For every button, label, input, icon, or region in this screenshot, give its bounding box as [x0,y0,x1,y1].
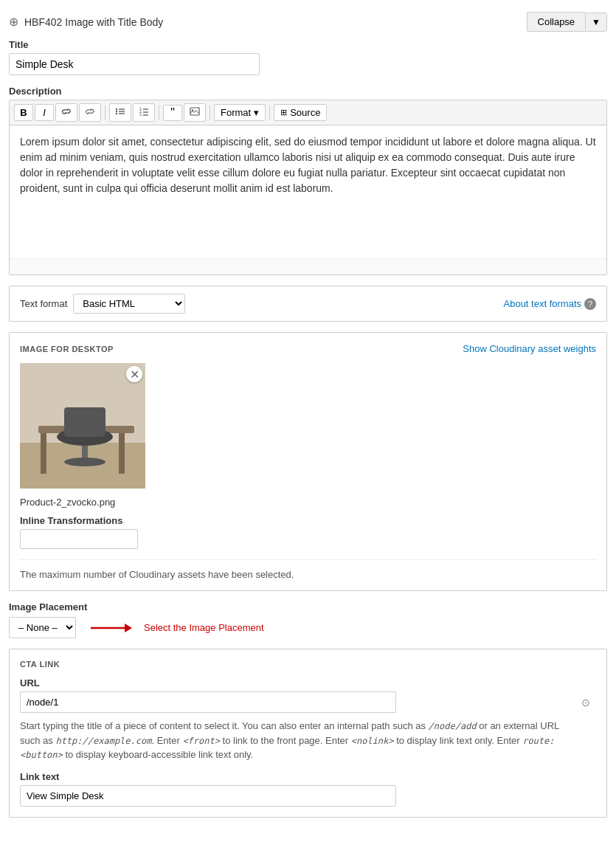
cta-link-text-label: Link text [20,771,596,782]
description-label: Description [9,86,607,97]
image-insert-button[interactable] [184,103,206,122]
bullet-list-icon [115,106,125,117]
text-format-bar: Text format Basic HTML Restricted HTML F… [9,286,607,322]
svg-marker-25 [125,624,132,632]
section-header: ⊕ HBF402 Image with Title Body Collapse … [9,7,607,39]
image-filename: Product-2_zvocko.png [20,497,596,508]
svg-rect-21 [64,407,105,437]
collapse-button-group: Collapse ▼ [527,12,607,32]
cta-help-text: Start typing the title of a piece of con… [20,719,581,762]
text-format-select[interactable]: Basic HTML Restricted HTML Full HTML Pla… [73,294,185,314]
editor-content[interactable]: Lorem ipsum dolor sit amet, consectetur … [10,125,606,258]
source-icon: ⊞ [280,108,287,117]
ordered-list-icon: 1. 2. 3. [139,106,149,117]
toolbar-sep-1 [105,106,105,120]
blockquote-button[interactable]: " [163,105,182,121]
toolbar-sep-4 [269,106,270,120]
cta-section: CTA LINK URL ⊙ Start typing the title of… [9,649,607,818]
max-assets-message: The maximum number of Cloudinary assets … [20,559,596,580]
italic-button[interactable]: I [35,104,54,121]
move-icon[interactable]: ⊕ [9,15,18,29]
collapse-arrow-button[interactable]: ▼ [585,13,607,32]
svg-text:3.: 3. [139,112,142,117]
image-placement-group: Image Placement – None – Left Right Sele… [9,601,607,638]
svg-rect-19 [119,433,125,474]
svg-point-2 [116,113,117,114]
image-remove-icon: ✕ [130,367,139,382]
cta-url-wrapper: ⊙ [20,691,596,713]
about-formats-link[interactable]: About text formats [504,298,582,309]
cta-url-label: URL [20,677,596,688]
image-section-title: IMAGE FOR DESKTOP [20,345,114,353]
placement-row: – None – Left Right Select the Image Pla… [9,617,607,638]
image-remove-button[interactable]: ✕ [126,366,142,382]
toolbar-sep-3 [210,106,210,120]
ordered-list-button[interactable]: 1. 2. 3. [133,103,155,122]
image-section: IMAGE FOR DESKTOP Show Cloudinary asset … [9,332,607,591]
title-input[interactable] [9,53,260,75]
format-dropdown-button[interactable]: Format ▾ [214,104,266,121]
cta-url-input[interactable] [20,691,396,713]
editor-footer [10,258,606,275]
cloudinary-link[interactable]: Show Cloudinary asset weights [463,343,596,354]
format-arrow: ▾ [254,107,259,118]
svg-point-1 [116,111,117,112]
placement-label: Image Placement [9,601,607,612]
editor-wrapper: B I [9,100,607,275]
title-field-group: Title [9,39,607,75]
image-insert-icon [190,106,200,117]
format-label: Format [221,107,251,118]
image-section-header: IMAGE FOR DESKTOP Show Cloudinary asset … [20,343,596,354]
description-field-group: Description B I [9,86,607,275]
title-label: Title [9,39,607,50]
inline-transform-input[interactable] [20,529,138,549]
text-format-left: Text format Basic HTML Restricted HTML F… [20,294,185,314]
bullet-list-button[interactable] [109,103,131,122]
cta-section-title: CTA LINK [20,660,596,669]
unlink-icon [85,106,95,117]
source-label: Source [290,107,320,118]
svg-point-23 [64,458,105,466]
unlink-button[interactable] [79,103,101,122]
placement-select[interactable]: – None – Left Right [9,617,76,638]
cta-url-icon: ⊙ [581,697,590,708]
about-formats-group: About text formats ? [504,298,597,310]
red-arrow [88,619,132,637]
desk-image [20,363,145,489]
placement-arrow-icon [88,619,132,637]
placement-hint: Select the Image Placement [144,622,264,633]
page-title: HBF402 Image with Title Body [24,16,163,28]
cta-link-text-input[interactable] [20,785,396,807]
header-title-group: ⊕ HBF402 Image with Title Body [9,15,163,29]
source-button[interactable]: ⊞ Source [274,104,327,121]
link-icon [61,106,72,117]
link-button[interactable] [55,103,77,122]
editor-text: Lorem ipsum dolor sit amet, consectetur … [20,134,596,196]
svg-rect-18 [41,433,46,474]
inline-transform-label: Inline Transformations [20,515,596,526]
image-preview-wrapper: ✕ [20,363,145,491]
bold-button[interactable]: B [14,104,33,121]
text-format-label: Text format [20,298,67,309]
collapse-button[interactable]: Collapse [527,12,586,32]
help-icon[interactable]: ? [584,298,596,310]
editor-toolbar: B I [10,100,606,125]
toolbar-sep-2 [159,106,159,120]
svg-point-0 [116,108,117,110]
